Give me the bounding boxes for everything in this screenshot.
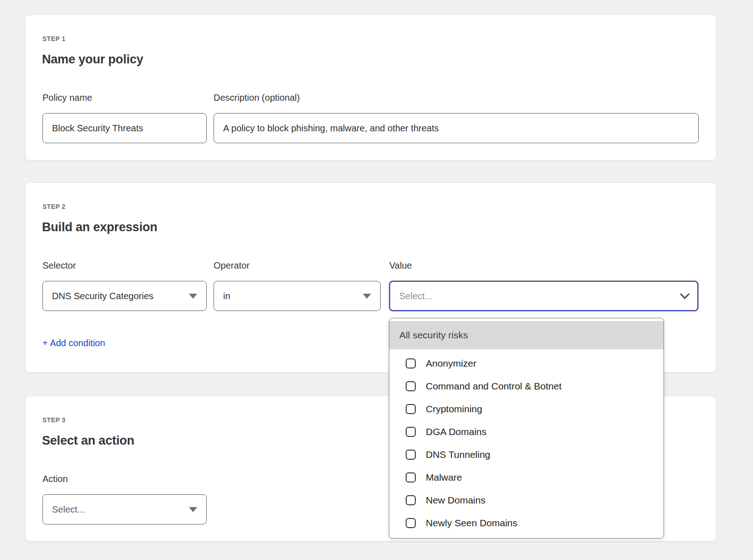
- step1-step-label: STEP 1: [42, 35, 65, 42]
- checkbox-icon[interactable]: [406, 472, 416, 482]
- policy-name-input[interactable]: [42, 113, 207, 143]
- checkbox-icon[interactable]: [406, 450, 416, 460]
- dropdown-option[interactable]: Cryptomining: [389, 398, 664, 420]
- dropdown-option[interactable]: DGA Domains: [389, 420, 664, 443]
- checkbox-icon[interactable]: [406, 358, 416, 368]
- checkbox-icon[interactable]: [406, 427, 416, 437]
- step3-title: Select an action: [42, 434, 134, 448]
- triangle-down-icon: [189, 294, 197, 299]
- value-dropdown-panel: All security risks Anonymizer Command an…: [389, 318, 664, 539]
- checkbox-icon[interactable]: [406, 404, 416, 414]
- value-label: Value: [389, 260, 412, 271]
- dropdown-options-list: Anonymizer Command and Control & Botnet …: [389, 349, 664, 534]
- dropdown-option[interactable]: New Domains: [389, 489, 664, 512]
- chevron-down-icon: [680, 289, 690, 299]
- dropdown-group-header[interactable]: All security risks: [389, 321, 664, 349]
- dropdown-option[interactable]: Anonymizer: [389, 352, 664, 375]
- selector-value: DNS Security Categories: [52, 291, 153, 301]
- value-placeholder: Select...: [399, 291, 432, 301]
- dropdown-option[interactable]: DNS Tunneling: [389, 443, 664, 466]
- step2-title: Build an expression: [42, 220, 157, 234]
- selector-select[interactable]: DNS Security Categories: [42, 281, 207, 311]
- action-label: Action: [42, 474, 68, 484]
- step1-card: STEP 1 Name your policy Policy name Desc…: [25, 15, 716, 161]
- step2-step-label: STEP 2: [42, 203, 65, 210]
- dropdown-option[interactable]: Command and Control & Botnet: [389, 375, 664, 398]
- checkbox-icon[interactable]: [406, 518, 416, 528]
- dropdown-option-label: Newly Seen Domains: [426, 518, 518, 529]
- description-label: Description (optional): [214, 93, 300, 103]
- dropdown-option-label: Command and Control & Botnet: [426, 381, 562, 392]
- add-condition-link[interactable]: + Add condition: [42, 338, 105, 348]
- dropdown-option-label: Malware: [426, 472, 462, 483]
- description-input[interactable]: [214, 113, 699, 143]
- triangle-down-icon: [189, 507, 197, 512]
- dropdown-option-label: Anonymizer: [426, 358, 476, 369]
- policy-name-label: Policy name: [42, 93, 92, 103]
- action-select[interactable]: Select...: [42, 494, 207, 524]
- step1-title: Name your policy: [42, 52, 143, 67]
- operator-label: Operator: [214, 260, 250, 271]
- operator-value: in: [223, 291, 230, 301]
- step3-step-label: STEP 3: [42, 416, 65, 424]
- dropdown-option-label: DNS Tunneling: [426, 449, 490, 460]
- checkbox-icon[interactable]: [406, 495, 416, 505]
- checkbox-icon[interactable]: [406, 381, 416, 391]
- dropdown-option-label: New Domains: [426, 495, 486, 506]
- value-multiselect[interactable]: Select...: [389, 281, 698, 311]
- dropdown-option-label: Cryptomining: [426, 404, 482, 415]
- action-placeholder: Select...: [52, 504, 85, 515]
- triangle-down-icon: [363, 294, 371, 299]
- operator-select[interactable]: in: [214, 281, 381, 311]
- dropdown-option[interactable]: Newly Seen Domains: [389, 512, 664, 534]
- dropdown-option[interactable]: Malware: [389, 466, 664, 489]
- selector-label: Selector: [42, 260, 76, 271]
- dropdown-option-label: DGA Domains: [426, 426, 486, 437]
